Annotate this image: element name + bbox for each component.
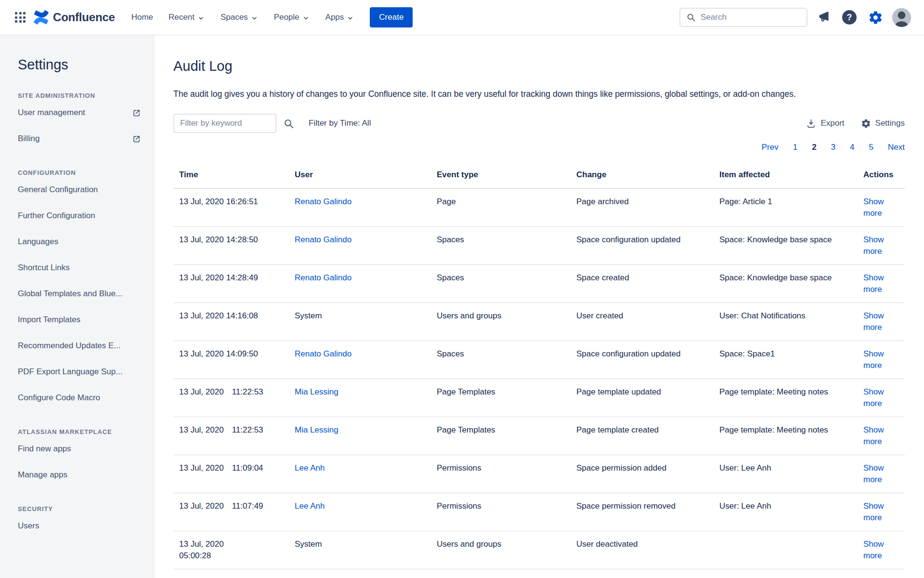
cell-time: 13 Jul, 202014:16:08: [173, 303, 289, 341]
show-more-link[interactable]: Show more: [863, 425, 884, 446]
nav-item-label: People: [274, 13, 299, 22]
event-date: 13 Jul, 2020: [179, 197, 224, 206]
sidebar-item-shortcut-links[interactable]: Shortcut Links: [18, 255, 144, 281]
cell-user: Lee Anh: [289, 493, 431, 531]
show-more-link[interactable]: Show more: [863, 501, 884, 522]
cell-change: Space configuration updated: [571, 341, 714, 379]
cell-change: Page template created: [571, 417, 714, 455]
cell-actions: Show more: [858, 341, 905, 379]
sidebar-item-manage-apps[interactable]: Manage apps: [18, 462, 144, 488]
sidebar-item-user-management[interactable]: User management: [18, 100, 144, 126]
column-header-change: Change: [571, 165, 714, 188]
sidebar-item-billing[interactable]: Billing: [18, 126, 144, 152]
sidebar-section-heading: SITE ADMINISTRATION: [18, 92, 144, 100]
export-label: Export: [820, 118, 844, 128]
pagination-page-4[interactable]: 4: [850, 143, 854, 152]
sidebar-item-import-templates[interactable]: Import Templates: [18, 307, 144, 333]
sidebar-item-label: Configure Code Macro: [18, 393, 100, 403]
sidebar-item-pdf-export-language-sup[interactable]: PDF Export Language Sup...: [18, 359, 144, 385]
cell-change: Space configuration updated: [571, 227, 714, 265]
event-time: 16:26:51: [226, 197, 258, 206]
show-more-link[interactable]: Show more: [863, 197, 884, 218]
event-time: 11:22:53: [232, 425, 263, 434]
create-button[interactable]: Create: [370, 7, 413, 27]
filter-search-icon: [283, 118, 294, 129]
nav-item-home[interactable]: Home: [126, 8, 159, 27]
table-header-row: TimeUserEvent typeChangeItem affectedAct…: [173, 165, 905, 188]
show-more-link[interactable]: Show more: [863, 463, 884, 484]
cell-event-type: Spaces: [431, 341, 571, 379]
cell-item-affected: User: José Gonzalez (Deactivated): [714, 569, 858, 578]
sidebar-item-global-templates-and-blue[interactable]: Global Templates and Blue...: [18, 281, 144, 307]
user-link[interactable]: Mia Lessing: [295, 425, 338, 434]
event-date: 13 Jul, 2020: [179, 387, 224, 396]
settings-button[interactable]: [865, 7, 885, 27]
show-more-link[interactable]: Show more: [863, 311, 884, 332]
search-input[interactable]: [701, 13, 801, 22]
cell-event-type: Page Templates: [431, 417, 571, 455]
sidebar-item-label: Find new apps: [18, 444, 71, 454]
time-filter-dropdown[interactable]: Filter by Time: All: [309, 118, 371, 128]
table-row: 13 Jul, 202011:22:53Mia LessingPage Temp…: [173, 379, 905, 417]
megaphone-icon: [817, 11, 830, 24]
pagination-page-3[interactable]: 3: [831, 143, 835, 152]
user-link[interactable]: Lee Anh: [295, 501, 325, 511]
cell-event-type: Permissions: [431, 493, 571, 531]
navbar-right: ?: [679, 7, 911, 27]
sidebar-item-label: User management: [18, 107, 85, 118]
nav-item-label: Home: [131, 13, 153, 22]
cell-item-affected: Space: Knowledge base space: [714, 227, 858, 265]
show-more-link[interactable]: Show more: [863, 387, 884, 408]
profile-button[interactable]: [891, 7, 911, 27]
user-link[interactable]: Renato Galindo: [295, 273, 351, 282]
nav-item-label: Spaces: [221, 13, 248, 22]
cell-event-type: Users and groups: [431, 531, 571, 569]
audit-settings-label: Settings: [875, 118, 905, 128]
app-switcher-button[interactable]: [11, 8, 30, 27]
export-icon: [806, 118, 816, 129]
user-link[interactable]: Renato Galindo: [295, 197, 351, 206]
event-date: 13 Jul, 2020: [179, 273, 224, 282]
external-link-icon: [132, 134, 141, 144]
event-time: 14:28:49: [226, 273, 258, 282]
event-time: 14:09:50: [226, 349, 258, 358]
sidebar-title: Settings: [18, 56, 144, 73]
announcements-button[interactable]: [813, 7, 833, 27]
nav-item-spaces[interactable]: Spaces: [215, 8, 264, 27]
pagination-page-1[interactable]: 1: [793, 143, 797, 152]
user-link[interactable]: Mia Lessing: [295, 387, 338, 396]
sidebar-item-general-configuration[interactable]: General Configuration: [18, 177, 144, 203]
global-search[interactable]: [679, 8, 807, 27]
sidebar-item-configure-code-macro[interactable]: Configure Code Macro: [18, 385, 144, 411]
sidebar-item-further-configuration[interactable]: Further Configuration: [18, 203, 144, 229]
event-date: 13 Jul, 2020: [179, 235, 224, 244]
sidebar-item-users[interactable]: Users: [18, 513, 144, 539]
help-button[interactable]: ?: [839, 7, 859, 27]
pagination-page-2[interactable]: 2: [812, 143, 816, 152]
sidebar-item-recommended-updates-e[interactable]: Recommended Updates E...: [18, 333, 144, 359]
audit-settings-button[interactable]: Settings: [861, 118, 905, 129]
user-link[interactable]: Lee Anh: [295, 463, 325, 473]
user-link[interactable]: Renato Galindo: [295, 349, 351, 358]
chevron-down-icon: [302, 14, 310, 22]
sidebar-item-find-new-apps[interactable]: Find new apps: [18, 436, 144, 462]
filter-keyword-input[interactable]: [173, 114, 276, 133]
confluence-logo[interactable]: Confluence: [34, 10, 115, 25]
show-more-link[interactable]: Show more: [863, 273, 884, 294]
nav-item-apps[interactable]: Apps: [320, 8, 361, 27]
pagination-page-5[interactable]: 5: [869, 143, 873, 152]
export-button[interactable]: Export: [806, 118, 844, 129]
event-time: 14:28:50: [226, 235, 258, 244]
show-more-link[interactable]: Show more: [863, 235, 884, 256]
nav-item-people[interactable]: People: [268, 8, 316, 27]
user-link[interactable]: Renato Galindo: [295, 235, 351, 244]
pagination-next[interactable]: Next: [888, 143, 905, 152]
show-more-link[interactable]: Show more: [863, 539, 884, 560]
chevron-down-icon: [197, 14, 205, 22]
pagination-prev[interactable]: Prev: [762, 143, 779, 152]
show-more-link[interactable]: Show more: [863, 349, 884, 370]
table-row: 13 Jul, 202005:00:28SystemUsers and grou…: [173, 531, 905, 569]
filter-search-button[interactable]: [283, 118, 294, 129]
sidebar-item-languages[interactable]: Languages: [18, 229, 144, 255]
nav-item-recent[interactable]: Recent: [163, 8, 211, 27]
